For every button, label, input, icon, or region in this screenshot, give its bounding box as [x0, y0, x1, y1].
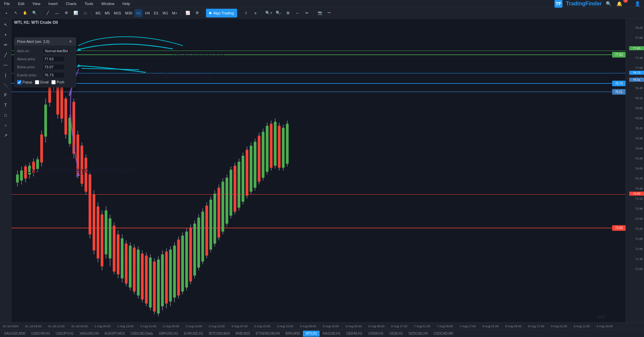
account-btn[interactable]: 👤: [633, 0, 641, 8]
svg-rect-120: [213, 194, 216, 244]
tab-eurusd-h1[interactable]: EURUSD,H1: [181, 331, 206, 337]
tab-brn-m30[interactable]: BRN,M30: [283, 331, 303, 337]
push-checkbox-label[interactable]: Push: [51, 80, 64, 84]
alert-type-btn[interactable]: Normal Ask/Bid: [43, 48, 70, 54]
menu-help[interactable]: Help: [121, 1, 131, 6]
tab-gbpusd-h1[interactable]: GBPUSD,H1: [156, 331, 181, 337]
popup-checkbox-label[interactable]: Popup: [17, 80, 32, 84]
popup-checkbox[interactable]: [17, 80, 21, 84]
chart-type-btn[interactable]: 📈: [183, 9, 192, 17]
sep6: [262, 10, 262, 16]
time-label-23: 8 Aug 17:00: [528, 325, 544, 328]
svg-rect-148: [270, 124, 272, 168]
new-chart-btn[interactable]: +: [2, 9, 11, 17]
zoom-out-btn[interactable]: 🔍-: [274, 9, 283, 17]
hline-tool[interactable]: —: [1, 60, 10, 70]
tf-d1[interactable]: D1: [152, 9, 160, 17]
tf-m5[interactable]: M5: [103, 9, 111, 17]
fixscale-btn[interactable]: ⇔: [303, 9, 311, 17]
tab-xagusd-h4[interactable]: XAGUSD,H4: [77, 331, 102, 337]
zoom-btn[interactable]: 🔍: [30, 9, 39, 17]
indicator-btn[interactable]: 📊: [71, 9, 80, 17]
alert-on-label: Alert on:: [17, 49, 41, 53]
tab-nas100-h1[interactable]: NAS100,H1: [320, 331, 343, 337]
arrow-tool[interactable]: ↗: [1, 131, 10, 140]
hline-btn[interactable]: —: [53, 9, 61, 17]
tab-xauusd-m30[interactable]: XAUUSD,M30: [1, 331, 28, 337]
above-price-input[interactable]: [43, 56, 64, 62]
tab-usdcad-daily[interactable]: USDCAD,Daily: [128, 331, 156, 337]
tf-w1[interactable]: W1: [161, 9, 170, 17]
email-checkbox-label[interactable]: Email: [35, 80, 49, 84]
properties-btn[interactable]: ⚙: [193, 9, 202, 17]
tools-btn[interactable]: ⚙: [62, 9, 71, 17]
cursor-btn[interactable]: ↖: [11, 9, 20, 17]
vline-tool[interactable]: |: [1, 70, 10, 80]
menu-edit[interactable]: Edit: [17, 1, 26, 6]
menu-insert[interactable]: Insert: [47, 1, 59, 6]
svg-rect-152: [278, 126, 280, 167]
svg-rect-72: [117, 234, 119, 274]
svg-rect-124: [221, 182, 224, 231]
menu-window[interactable]: Window: [100, 1, 116, 6]
channel-tool[interactable]: ⋱: [1, 80, 10, 90]
crosshair-tool[interactable]: +: [1, 30, 10, 40]
screenshot-btn[interactable]: 📷: [316, 9, 324, 17]
template-btn[interactable]: ≡: [251, 9, 260, 17]
rectangle-tool[interactable]: □: [1, 111, 10, 120]
tab-usdjpy-h1[interactable]: USDJPY,H1: [53, 331, 76, 337]
menu-view[interactable]: View: [31, 1, 42, 6]
tab-nzdcad-h4[interactable]: NZDCAD,H4: [406, 331, 430, 337]
tab-bnb-m15[interactable]: BNB,M15: [233, 331, 253, 337]
email-checkbox[interactable]: [35, 80, 39, 84]
autoscroll-btn[interactable]: ↔: [293, 9, 302, 17]
menu-charts[interactable]: Charts: [64, 1, 78, 6]
hand-btn[interactable]: ✋: [21, 9, 30, 17]
tab-us500-h1[interactable]: US500,H1: [366, 331, 386, 337]
push-checkbox[interactable]: [51, 80, 56, 84]
tf-h1[interactable]: H1: [135, 9, 143, 17]
below-price-input[interactable]: [43, 64, 64, 70]
time-label-10: 3 Aug 07:00: [231, 325, 248, 328]
grid-btn[interactable]: ⊞: [284, 9, 292, 17]
time-label-2: 31 Jul 12:00: [48, 325, 65, 328]
shape-btn[interactable]: □: [81, 9, 90, 17]
fib-tool[interactable]: F: [1, 90, 10, 100]
tab-ethereum-h4[interactable]: ETHEREUM,H4: [253, 331, 282, 337]
time-label-16: 6 Aug 09:00: [368, 325, 384, 328]
algo-trading-btn[interactable]: ▶ Algo Trading: [206, 9, 237, 17]
tf-h4[interactable]: H4: [143, 9, 151, 17]
pen-tool[interactable]: ✏: [1, 40, 10, 50]
pattern-btn[interactable]: 〜: [325, 9, 334, 17]
notification-btn[interactable]: 🔔: [615, 0, 623, 8]
add-indicator-btn[interactable]: f: [241, 9, 250, 17]
tab-usdcad-m5[interactable]: USDCAD,M5: [431, 331, 456, 337]
chart-area[interactable]: WTI, H1: WTI Crude Oil: [11, 19, 626, 322]
tab-bitcoin-m15[interactable]: BITCOIN,M15: [206, 331, 233, 337]
cursor-tool[interactable]: ↖: [1, 20, 10, 29]
svg-rect-70: [113, 226, 115, 272]
tab-audjpy-m15[interactable]: AUDJPY,M15: [102, 331, 127, 337]
tab-wti-h1[interactable]: WTI,H1: [303, 331, 320, 337]
exactly-price-input[interactable]: [43, 72, 64, 78]
menu-file[interactable]: File: [3, 1, 11, 6]
tab-us30-h1[interactable]: US30,H1: [387, 331, 406, 337]
trendline-btn[interactable]: ╱: [43, 9, 52, 17]
tf-m15[interactable]: M15: [112, 9, 123, 17]
tf-m1[interactable]: M1: [94, 9, 102, 17]
tf-mplus[interactable]: M+: [170, 9, 179, 17]
tab-usdchf-h1[interactable]: USDCHF,H1: [29, 331, 53, 337]
menu-tools[interactable]: Tools: [83, 1, 95, 6]
ellipse-tool[interactable]: ○: [1, 121, 10, 130]
dialog-close-btn[interactable]: ×: [68, 39, 73, 44]
line-tool[interactable]: ╱: [1, 50, 10, 60]
tf-m30[interactable]: M30: [123, 9, 134, 17]
svg-rect-142: [258, 136, 260, 182]
text-tool[interactable]: T: [1, 100, 10, 110]
zoom-in-btn[interactable]: 🔍+: [264, 9, 273, 17]
search-btn[interactable]: 🔍: [604, 0, 612, 8]
tab-ger40-h1[interactable]: GER40,H1: [343, 331, 365, 337]
sep3: [181, 10, 181, 16]
notification-options: Popup Email Push: [17, 80, 73, 84]
svg-rect-132: [237, 162, 240, 208]
